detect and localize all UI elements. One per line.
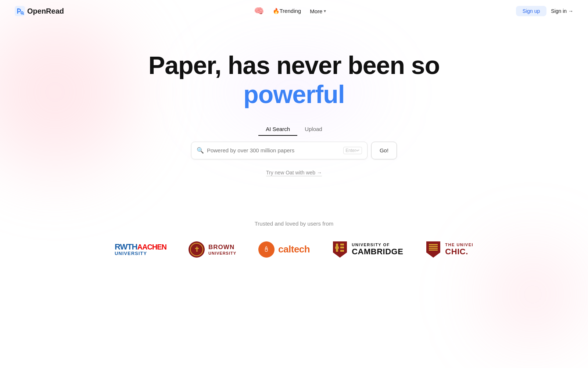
navbar-center: 🧠 🔥Trending More ▾ (254, 6, 326, 16)
universities-row: RWTHAACHEN UNIVERSITY ✝ BROWN UNIVERSITY… (115, 241, 473, 258)
chicago-badge (425, 241, 441, 258)
caltech-badge: 🕯 (258, 241, 275, 258)
cambridge-univ-of: UNIVERSITY OF (352, 243, 403, 247)
trusted-section: Trusted and loved by users from RWTHAACH… (0, 220, 588, 258)
cambridge-name: CAMBRIDGE (352, 247, 403, 256)
go-button[interactable]: Go! (371, 142, 397, 159)
hero-headline: Paper, has never been so powerful (148, 52, 440, 108)
svg-rect-8 (429, 244, 438, 245)
brown-badge: ✝ (189, 241, 205, 258)
enter-badge: Enter↵ (343, 147, 362, 154)
tab-ai-search[interactable]: AI Search (258, 123, 297, 136)
brown-name: BROWN (208, 244, 236, 251)
svg-rect-5 (340, 244, 344, 245)
svg-rect-9 (429, 246, 438, 247)
hero-section: Paper, has never been so powerful AI Sea… (0, 22, 588, 176)
search-input[interactable] (207, 147, 340, 153)
chicago-shield-icon (426, 241, 441, 258)
svg-rect-4 (335, 247, 339, 249)
brown-cross-icon: ✝ (194, 245, 200, 254)
tab-upload[interactable]: Upload (297, 123, 330, 136)
svg-rect-10 (429, 248, 438, 249)
brain-icon: 🧠 (254, 6, 264, 16)
trending-link[interactable]: 🔥Trending (273, 8, 301, 14)
svg-rect-11 (429, 250, 438, 251)
brain-icon-button[interactable]: 🧠 (254, 6, 264, 16)
search-tabs: AI Search Upload (258, 123, 329, 136)
chicago-name: CHIC. (445, 247, 473, 256)
search-icon: 🔍 (197, 147, 204, 154)
uni-logo-chicago: THE UNIVEI CHIC. (425, 241, 473, 258)
caltech-torch-icon: 🕯 (263, 245, 270, 254)
caltech-name: caltech (278, 244, 310, 255)
chevron-down-icon: ▾ (324, 8, 326, 14)
navbar: OpenRead 🧠 🔥Trending More ▾ Sign up Sign… (0, 0, 588, 22)
navbar-right: Sign up Sign in → (516, 6, 573, 16)
uni-logo-rwth: RWTHAACHEN UNIVERSITY (115, 243, 166, 256)
svg-line-2 (23, 14, 24, 14)
signin-button[interactable]: Sign in → (551, 8, 573, 14)
signin-label: Sign in → (551, 8, 573, 14)
logo-icon (15, 6, 25, 16)
cambridge-shield-icon (332, 241, 348, 258)
trending-label: 🔥Trending (273, 8, 301, 14)
uni-logo-caltech: 🕯 caltech (258, 241, 310, 258)
hero-headline-part1: Paper, has never been so (148, 51, 440, 79)
more-dropdown[interactable]: More ▾ (310, 8, 326, 14)
trusted-label: Trusted and loved by users from (255, 220, 334, 227)
logo-link[interactable]: OpenRead (15, 6, 64, 16)
search-bar-wrapper: 🔍 Enter↵ Go! (191, 142, 397, 159)
more-label: More (310, 8, 322, 14)
search-input-container: 🔍 Enter↵ (191, 142, 368, 159)
signup-button[interactable]: Sign up (516, 6, 546, 16)
rwth-text: RWTHAACHEN (115, 243, 166, 251)
svg-rect-6 (340, 247, 344, 248)
svg-rect-7 (340, 250, 344, 252)
hero-headline-part2: powerful (148, 81, 440, 108)
chicago-the: THE UNIVEI (445, 243, 473, 247)
uni-logo-brown: ✝ BROWN UNIVERSITY (189, 241, 236, 258)
logo-text: OpenRead (27, 7, 64, 15)
cambridge-badge (332, 241, 348, 258)
uni-logo-cambridge: UNIVERSITY OF CAMBRIDGE (332, 241, 403, 258)
oat-link[interactable]: Try new Oat with web → (266, 170, 322, 176)
rwth-sub: UNIVERSITY (115, 251, 166, 256)
brown-univ: UNIVERSITY (208, 251, 236, 255)
